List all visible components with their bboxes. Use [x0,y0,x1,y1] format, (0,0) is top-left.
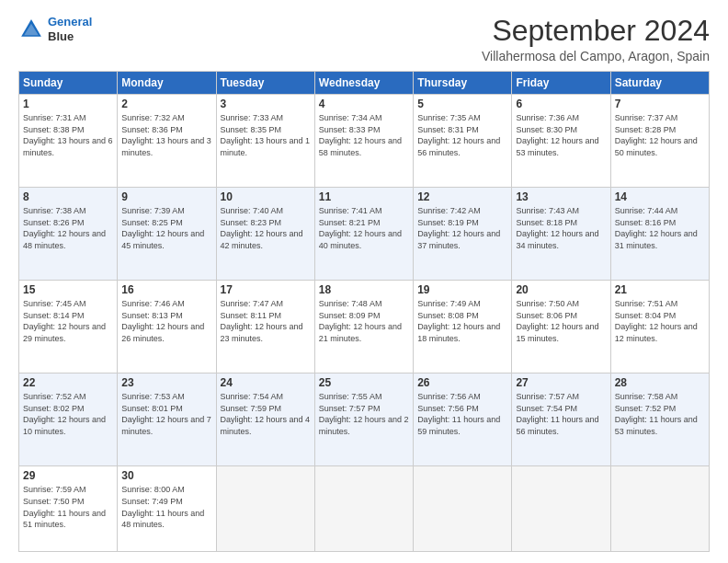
day-number: 15 [23,283,113,296]
table-row: 5 Sunrise: 7:35 AM Sunset: 8:31 PM Dayli… [414,95,512,188]
day-number: 28 [615,376,705,389]
table-row: 12 Sunrise: 7:42 AM Sunset: 8:19 PM Dayl… [414,188,512,281]
day-info: Sunrise: 7:59 AM Sunset: 7:50 PM Dayligh… [23,484,113,530]
day-number: 29 [23,469,113,482]
day-number: 27 [516,376,606,389]
day-info: Sunrise: 7:54 AM Sunset: 7:59 PM Dayligh… [221,391,311,437]
table-row [414,466,512,552]
logo-text: General Blue [48,15,92,43]
table-row [610,466,709,552]
header: General Blue September 2024 Villahermosa… [18,15,710,63]
calendar-week-row: 29 Sunrise: 7:59 AM Sunset: 7:50 PM Dayl… [19,466,710,552]
calendar-week-row: 15 Sunrise: 7:45 AM Sunset: 8:14 PM Dayl… [19,281,710,373]
table-row: 21 Sunrise: 7:51 AM Sunset: 8:04 PM Dayl… [610,281,709,373]
calendar-week-row: 1 Sunrise: 7:31 AM Sunset: 8:38 PM Dayli… [19,95,710,188]
table-row: 14 Sunrise: 7:44 AM Sunset: 8:16 PM Dayl… [610,188,709,281]
day-info: Sunrise: 7:44 AM Sunset: 8:16 PM Dayligh… [615,205,705,251]
day-number: 16 [121,283,211,296]
day-info: Sunrise: 7:58 AM Sunset: 7:52 PM Dayligh… [615,391,705,437]
location-title: Villahermosa del Campo, Aragon, Spain [482,49,710,63]
table-row: 4 Sunrise: 7:34 AM Sunset: 8:33 PM Dayli… [314,95,413,188]
table-row: 8 Sunrise: 7:38 AM Sunset: 8:26 PM Dayli… [19,188,118,281]
day-info: Sunrise: 7:35 AM Sunset: 8:31 PM Dayligh… [417,112,507,158]
table-row: 28 Sunrise: 7:58 AM Sunset: 7:52 PM Dayl… [610,373,709,466]
day-number: 10 [221,190,311,203]
day-info: Sunrise: 7:49 AM Sunset: 8:08 PM Dayligh… [417,298,507,344]
table-row: 27 Sunrise: 7:57 AM Sunset: 7:54 PM Dayl… [512,373,610,466]
day-number: 23 [121,376,211,389]
table-row: 26 Sunrise: 7:56 AM Sunset: 7:56 PM Dayl… [414,373,512,466]
table-row: 6 Sunrise: 7:36 AM Sunset: 8:30 PM Dayli… [512,95,610,188]
table-row [512,466,610,552]
day-info: Sunrise: 7:42 AM Sunset: 8:19 PM Dayligh… [417,205,507,251]
table-row: 23 Sunrise: 7:53 AM Sunset: 8:01 PM Dayl… [118,373,216,466]
header-friday: Friday [512,72,610,95]
day-info: Sunrise: 7:57 AM Sunset: 7:54 PM Dayligh… [516,391,606,437]
table-row: 1 Sunrise: 7:31 AM Sunset: 8:38 PM Dayli… [19,95,118,188]
day-number: 2 [121,98,211,110]
table-row: 2 Sunrise: 7:32 AM Sunset: 8:36 PM Dayli… [118,95,216,188]
day-number: 8 [23,190,113,203]
day-number: 18 [319,283,409,296]
day-number: 26 [417,376,507,389]
header-thursday: Thursday [414,72,512,95]
day-number: 9 [121,190,211,203]
day-info: Sunrise: 7:33 AM Sunset: 8:35 PM Dayligh… [221,112,311,158]
day-number: 24 [221,376,311,389]
logo: General Blue [18,15,92,43]
day-number: 6 [516,98,606,110]
day-number: 30 [121,469,211,482]
table-row: 25 Sunrise: 7:55 AM Sunset: 7:57 PM Dayl… [314,373,413,466]
table-row: 22 Sunrise: 7:52 AM Sunset: 8:02 PM Dayl… [19,373,118,466]
day-number: 4 [319,98,409,110]
calendar-week-row: 8 Sunrise: 7:38 AM Sunset: 8:26 PM Dayli… [19,188,710,281]
table-row: 29 Sunrise: 7:59 AM Sunset: 7:50 PM Dayl… [19,466,118,552]
table-row: 11 Sunrise: 7:41 AM Sunset: 8:21 PM Dayl… [314,188,413,281]
day-info: Sunrise: 7:47 AM Sunset: 8:11 PM Dayligh… [221,298,311,344]
day-info: Sunrise: 7:36 AM Sunset: 8:30 PM Dayligh… [516,112,606,158]
day-number: 7 [615,98,705,110]
day-info: Sunrise: 7:38 AM Sunset: 8:26 PM Dayligh… [23,205,113,251]
calendar-header-row: Sunday Monday Tuesday Wednesday Thursday… [19,72,710,95]
day-info: Sunrise: 7:55 AM Sunset: 7:57 PM Dayligh… [319,391,409,437]
table-row: 20 Sunrise: 7:50 AM Sunset: 8:06 PM Dayl… [512,281,610,373]
title-block: September 2024 Villahermosa del Campo, A… [482,15,710,63]
table-row: 7 Sunrise: 7:37 AM Sunset: 8:28 PM Dayli… [610,95,709,188]
table-row: 9 Sunrise: 7:39 AM Sunset: 8:25 PM Dayli… [118,188,216,281]
month-title: September 2024 [482,15,710,47]
table-row: 18 Sunrise: 7:48 AM Sunset: 8:09 PM Dayl… [314,281,413,373]
header-wednesday: Wednesday [314,72,413,95]
day-number: 21 [615,283,705,296]
day-info: Sunrise: 7:41 AM Sunset: 8:21 PM Dayligh… [319,205,409,251]
header-sunday: Sunday [19,72,118,95]
day-number: 14 [615,190,705,203]
day-info: Sunrise: 7:43 AM Sunset: 8:18 PM Dayligh… [516,205,606,251]
header-monday: Monday [118,72,216,95]
day-info: Sunrise: 7:31 AM Sunset: 8:38 PM Dayligh… [23,112,113,158]
day-info: Sunrise: 7:50 AM Sunset: 8:06 PM Dayligh… [516,298,606,344]
table-row: 3 Sunrise: 7:33 AM Sunset: 8:35 PM Dayli… [216,95,314,188]
day-info: Sunrise: 7:45 AM Sunset: 8:14 PM Dayligh… [23,298,113,344]
day-number: 25 [319,376,409,389]
day-info: Sunrise: 7:39 AM Sunset: 8:25 PM Dayligh… [121,205,211,251]
table-row: 10 Sunrise: 7:40 AM Sunset: 8:23 PM Dayl… [216,188,314,281]
day-number: 5 [417,98,507,110]
header-tuesday: Tuesday [216,72,314,95]
calendar-week-row: 22 Sunrise: 7:52 AM Sunset: 8:02 PM Dayl… [19,373,710,466]
day-number: 1 [23,98,113,110]
day-number: 20 [516,283,606,296]
table-row: 19 Sunrise: 7:49 AM Sunset: 8:08 PM Dayl… [414,281,512,373]
day-info: Sunrise: 7:56 AM Sunset: 7:56 PM Dayligh… [417,391,507,437]
table-row: 24 Sunrise: 7:54 AM Sunset: 7:59 PM Dayl… [216,373,314,466]
day-info: Sunrise: 8:00 AM Sunset: 7:49 PM Dayligh… [121,484,211,530]
table-row: 13 Sunrise: 7:43 AM Sunset: 8:18 PM Dayl… [512,188,610,281]
day-number: 3 [221,98,311,110]
day-number: 11 [319,190,409,203]
day-info: Sunrise: 7:32 AM Sunset: 8:36 PM Dayligh… [121,112,211,158]
day-info: Sunrise: 7:34 AM Sunset: 8:33 PM Dayligh… [319,112,409,158]
calendar-table: Sunday Monday Tuesday Wednesday Thursday… [18,71,710,552]
table-row: 16 Sunrise: 7:46 AM Sunset: 8:13 PM Dayl… [118,281,216,373]
page: General Blue September 2024 Villahermosa… [0,0,728,563]
table-row: 15 Sunrise: 7:45 AM Sunset: 8:14 PM Dayl… [19,281,118,373]
table-row: 17 Sunrise: 7:47 AM Sunset: 8:11 PM Dayl… [216,281,314,373]
